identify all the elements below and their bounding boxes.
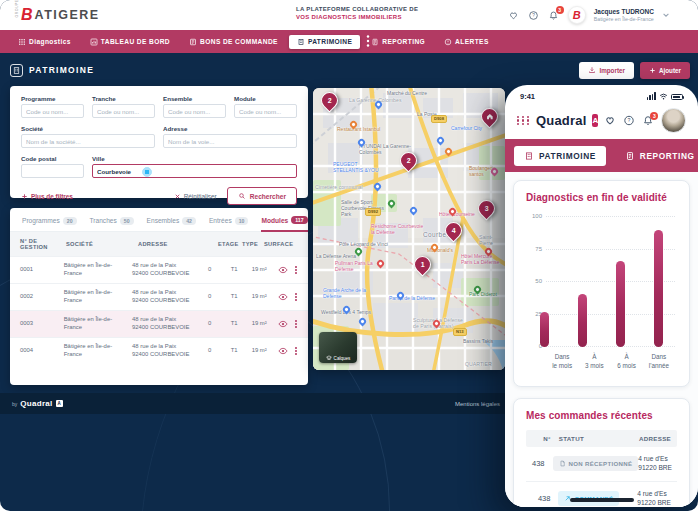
user-name: Jacques TUDRONC bbox=[594, 8, 654, 16]
view-eye-icon[interactable] bbox=[278, 293, 288, 301]
field-input[interactable] bbox=[92, 164, 297, 178]
phone-nav-kebab-icon[interactable] bbox=[680, 182, 690, 196]
app-menu-grid-icon[interactable] bbox=[517, 116, 530, 126]
mobile-phone-overlay: 9:41 Quadral A ? 3 bbox=[505, 85, 698, 507]
field-input[interactable] bbox=[21, 164, 84, 178]
view-eye-icon[interactable] bbox=[278, 347, 288, 355]
col-header-num: N° DE GESTION bbox=[20, 238, 66, 250]
chevron-down-icon[interactable] bbox=[662, 11, 670, 19]
result-tab[interactable]: Entrées 10 bbox=[209, 216, 249, 231]
page-actions: Importer Ajouter bbox=[579, 62, 690, 79]
nav-item[interactable]: REPORTING bbox=[363, 35, 433, 49]
notifications-bell-icon[interactable]: 3 bbox=[642, 115, 654, 127]
search-button[interactable]: Rechercher bbox=[227, 187, 297, 205]
tab-count-badge: 10 bbox=[235, 217, 249, 225]
wifi-icon bbox=[659, 93, 668, 100]
row-kebab-icon[interactable] bbox=[294, 346, 298, 356]
table-body: 0001 Bâtigère en Île-de-France 48 rue de… bbox=[10, 256, 308, 364]
field-input[interactable] bbox=[163, 104, 226, 118]
add-button[interactable]: Ajouter bbox=[640, 62, 690, 79]
table-row[interactable]: 0002 Bâtigère en Île-de-France 48 rue de… bbox=[10, 283, 308, 310]
more-filters-link[interactable]: Plus de filtres bbox=[21, 193, 73, 200]
map-label: Résidhome Courbevoie la Défense bbox=[371, 224, 425, 236]
field-label: Module bbox=[234, 95, 297, 102]
view-eye-icon[interactable] bbox=[278, 266, 288, 274]
nav-item[interactable]: ALERTES bbox=[436, 35, 497, 49]
help-icon[interactable]: ? bbox=[528, 9, 540, 21]
home-indicator[interactable] bbox=[570, 498, 634, 502]
row-kebab-icon[interactable] bbox=[294, 292, 298, 302]
chart-xtick-label: Dans le mois bbox=[546, 353, 578, 370]
field-input[interactable] bbox=[163, 134, 297, 148]
order-number: 438 bbox=[532, 459, 553, 468]
cell-num: 0004 bbox=[20, 347, 64, 355]
order-row[interactable]: 438 NON RÉCEPTIONNÉ 4 rue d'Es91220 BRE bbox=[526, 447, 677, 482]
table-row[interactable]: 0001 Bâtigère en Île-de-France 48 rue de… bbox=[10, 256, 308, 283]
order-row[interactable]: 438 COMMANDÉ 4 rue d'Es91220 BRE bbox=[526, 482, 677, 507]
batigere-logo[interactable]: GROUPE B ATIGERE bbox=[14, 7, 100, 23]
result-tab[interactable]: Tranches 50 bbox=[90, 216, 134, 231]
table-row[interactable]: 0003 Bâtigère en Île-de-France 48 rue de… bbox=[10, 310, 308, 337]
user-info[interactable]: Jacques TUDRONC Batigère en Île-de-Franc… bbox=[594, 8, 654, 22]
view-eye-icon[interactable] bbox=[278, 320, 288, 328]
user-avatar-photo[interactable] bbox=[661, 108, 686, 133]
filter-actions: Plus de filtres Réinitialiser Rechercher bbox=[21, 187, 297, 205]
map-label: Parc Diderot bbox=[469, 292, 497, 298]
report-icon bbox=[371, 38, 379, 46]
nav-item[interactable]: PATRIMOINE bbox=[289, 35, 360, 49]
filter-field: Tranche bbox=[92, 95, 155, 118]
row-kebab-icon[interactable] bbox=[294, 319, 298, 329]
notifications-bell-icon[interactable]: 3 bbox=[548, 9, 560, 21]
table-row[interactable]: 0004 Bâtigère en Île-de-France 48 rue de… bbox=[10, 337, 308, 364]
alert-icon bbox=[444, 38, 452, 46]
favorites-heart-icon[interactable] bbox=[604, 115, 616, 127]
cell-etage: 0 bbox=[208, 293, 231, 301]
status-time: 9:41 bbox=[520, 92, 535, 101]
field-input[interactable] bbox=[21, 104, 84, 118]
map-label: PEUGEOT STELLANTIS &YOU bbox=[333, 162, 387, 174]
field-label: Programme bbox=[21, 95, 84, 102]
map-layers-toggle[interactable]: Calques bbox=[319, 332, 357, 363]
logo-b: B bbox=[21, 7, 33, 23]
nav-item[interactable]: TABLEAU DE BORD bbox=[82, 35, 178, 49]
result-tab[interactable]: Modules 117 bbox=[261, 216, 307, 232]
tab-label: Tranches bbox=[90, 217, 117, 224]
user-avatar[interactable]: B bbox=[568, 6, 586, 24]
status-badge: NON RÉCEPTIONNÉ bbox=[553, 456, 639, 471]
map-label: Bassins Takis bbox=[463, 339, 493, 345]
map-label: Restaurant Istanbul bbox=[337, 127, 380, 133]
page-head: PATRIMOINE Importer Ajouter bbox=[10, 60, 690, 80]
nav-item[interactable]: BONS DE COMMANDE bbox=[181, 35, 286, 49]
phone-nav-tab[interactable]: PATRIMOINE bbox=[514, 146, 606, 166]
map-label: Marché du Centre bbox=[387, 91, 427, 97]
field-input[interactable] bbox=[92, 104, 155, 118]
row-kebab-icon[interactable] bbox=[294, 265, 298, 275]
main-nav: Diagnostics TABLEAU DE BORD BONS DE COMM… bbox=[0, 30, 698, 53]
chart-xtick-label: Dans l'année bbox=[643, 353, 675, 370]
chart-bar bbox=[578, 294, 587, 347]
reset-filters-link[interactable]: Réinitialiser bbox=[174, 193, 217, 200]
map-view[interactable]: La Garenne-ColombesMarché du CentreLa Po… bbox=[313, 88, 505, 370]
signal-icon bbox=[647, 92, 656, 100]
map-label: Parvis de la Défense bbox=[389, 296, 435, 302]
result-tab[interactable]: Programmes 20 bbox=[22, 216, 77, 231]
help-icon[interactable]: ? bbox=[623, 115, 635, 127]
field-input[interactable] bbox=[21, 134, 155, 148]
validity-bar-chart: 0255075100 Dans le moisÀ 3 moisÀ 6 moisD… bbox=[526, 217, 677, 375]
nav-item[interactable]: Diagnostics bbox=[10, 35, 79, 49]
footer-brand[interactable]: Quadral bbox=[20, 399, 52, 408]
import-button-label: Importer bbox=[599, 67, 625, 74]
legal-mentions-link[interactable]: Mentions légales bbox=[455, 401, 500, 407]
phone-tab-label: REPORTING bbox=[640, 151, 695, 161]
chart-bars bbox=[526, 217, 677, 347]
field-input[interactable] bbox=[234, 104, 297, 118]
favorites-heart-icon[interactable] bbox=[508, 9, 520, 21]
result-tab[interactable]: Ensembles 42 bbox=[147, 216, 196, 231]
cell-type: T1 bbox=[231, 347, 252, 355]
map-label: Pôle Léonard de Vinci bbox=[339, 242, 388, 248]
import-button[interactable]: Importer bbox=[579, 62, 634, 79]
phone-nav-tab[interactable]: REPORTING bbox=[615, 146, 698, 166]
filter-field: Module bbox=[234, 95, 297, 118]
map-label: Hôtel Courseine bbox=[439, 212, 475, 218]
nav-overflow-kebab-icon[interactable] bbox=[364, 34, 372, 48]
